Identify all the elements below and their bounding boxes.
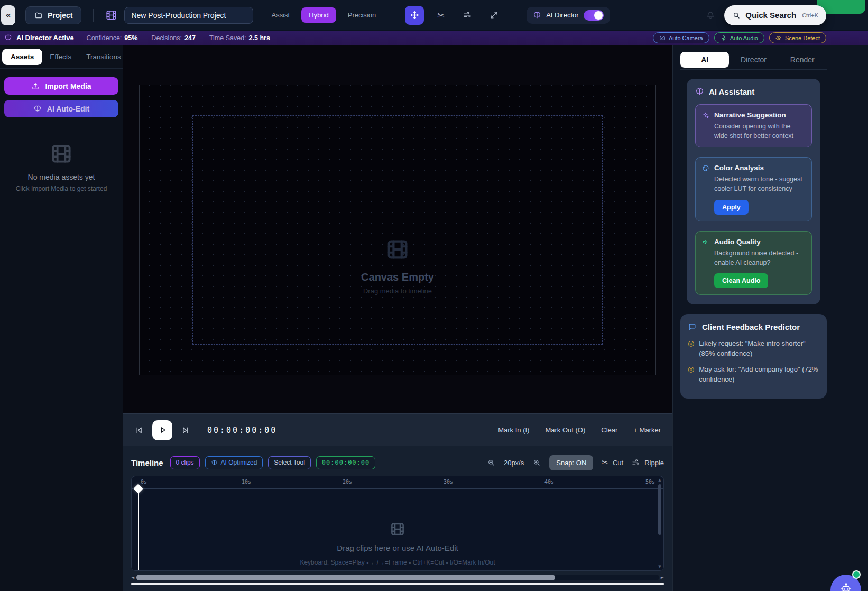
suggestion-body: Background noise detected - enable AI cl… (714, 248, 805, 267)
switch-knob (594, 11, 603, 20)
scroll-right-arrow-icon[interactable]: ► (661, 575, 664, 580)
quick-search-shortcut: Ctrl+K (802, 12, 818, 19)
client-feedback-header: Client Feedback Predictor (688, 322, 819, 331)
tab-effects[interactable]: Effects (42, 49, 79, 65)
microphone-icon (721, 35, 727, 41)
timeline-empty-title: Drag clips here or use AI Auto-Edit (132, 543, 663, 552)
auto-camera-label: Auto Camera (669, 35, 703, 41)
tab-assets[interactable]: Assets (2, 49, 42, 65)
expand-tool-button[interactable] (484, 6, 503, 25)
mode-assist-button[interactable]: Assist (266, 7, 295, 23)
time-saved-stat: Time Saved: 2.5 hrs (209, 34, 270, 42)
ripple-label: Ripple (644, 459, 664, 467)
film-icon (385, 237, 410, 262)
auto-audio-label: Auto Audio (730, 35, 758, 41)
project-button[interactable]: Project (25, 6, 81, 24)
clip-count-badge: 0 clips (170, 456, 200, 469)
auto-feature-toggles: Auto Camera Auto Audio Scene Detect (653, 32, 826, 43)
collapse-sidebar-button[interactable]: « (1, 5, 15, 25)
ripple-icon (463, 11, 472, 20)
timeline-horizontal-scrollbar[interactable]: ◄ ► (131, 575, 664, 580)
zoom-out-button[interactable] (487, 458, 495, 467)
decisions-stat: Decisions: 247 (151, 34, 196, 42)
timeline-track-area[interactable]: 0s 10s 20s 30s 40s 50s Drag clips here o… (131, 476, 664, 571)
timeline-ruler[interactable]: 0s 10s 20s 30s 40s 50s (132, 476, 663, 489)
ai-assistant-card: AI Assistant Narrative Suggestion Consid… (687, 79, 820, 304)
add-marker-button[interactable]: + Marker (633, 426, 661, 434)
horizontal-scroll-track[interactable] (136, 575, 659, 580)
ripple-button[interactable]: Ripple (632, 458, 664, 467)
sidebar-tabs: Assets Effects Transitions (0, 45, 123, 69)
ai-assistant-header: AI Assistant (695, 87, 812, 96)
snap-toggle-button[interactable]: Snap: ON (549, 455, 593, 470)
empty-state-title: No media assets yet (0, 173, 123, 181)
clear-marks-button[interactable]: Clear (601, 426, 617, 434)
folder-icon (34, 11, 43, 20)
play-button[interactable] (152, 420, 172, 440)
search-icon (732, 11, 741, 20)
auto-camera-button[interactable]: Auto Camera (653, 32, 709, 43)
stat-label: Confidence: (87, 34, 122, 42)
timeline-resize-handle[interactable] (131, 583, 664, 585)
cut-button[interactable]: ✂ Cut (602, 458, 623, 467)
timeline-vertical-scrollbar[interactable]: ▲ ▼ (657, 477, 662, 569)
mode-hybrid-button[interactable]: Hybrid (301, 7, 336, 23)
divider (393, 9, 393, 22)
notifications-bell-icon[interactable] (706, 11, 715, 20)
scroll-down-arrow-icon[interactable]: ▼ (658, 564, 661, 569)
mode-precision-button[interactable]: Precision (343, 7, 381, 23)
ruler-tick: 50s (643, 479, 655, 485)
brain-icon (695, 87, 704, 96)
auto-audio-button[interactable]: Auto Audio (714, 32, 764, 43)
feedback-text: Likely request: "Make intro shorter" (85… (699, 338, 819, 359)
vertical-scroll-thumb[interactable] (658, 484, 661, 535)
brain-icon (33, 105, 42, 113)
panel-tabs: AI Director Render (680, 50, 827, 70)
quick-search-label: Quick Search (745, 11, 796, 20)
scroll-up-arrow-icon[interactable]: ▲ (658, 477, 661, 483)
tab-render[interactable]: Render (778, 52, 827, 68)
cut-label: Cut (613, 459, 623, 467)
timeline-timecode-badge: 00:00:00:00 (316, 456, 375, 469)
quick-search[interactable]: Quick Search Ctrl+K (724, 5, 826, 25)
tab-director[interactable]: Director (729, 52, 778, 68)
mark-in-button[interactable]: Mark In (I) (498, 426, 529, 434)
skip-back-button[interactable] (134, 426, 144, 435)
horizontal-scroll-thumb[interactable] (136, 575, 555, 580)
timeline-toolbar: Timeline 0 clips AI Optimized Select Too… (131, 454, 664, 472)
tab-transitions[interactable]: Transitions (79, 49, 128, 65)
cut-tool-button[interactable]: ✂ (431, 6, 450, 25)
clean-audio-button[interactable]: Clean Audio (714, 273, 768, 288)
scroll-left-arrow-icon[interactable]: ◄ (131, 575, 134, 580)
ruler-tick: 10s (239, 479, 251, 485)
project-name-input[interactable] (124, 7, 253, 24)
select-tool-badge[interactable]: Select Tool (268, 456, 310, 469)
ruler-tick: 40s (542, 479, 554, 485)
keyboard-shortcuts-hint: Keyboard: Space=Play ▪ ←/→=Frame ▪ Ctrl+… (132, 559, 663, 566)
tab-ai[interactable]: AI (680, 52, 729, 68)
eye-icon (775, 35, 782, 41)
skip-forward-button[interactable] (181, 426, 190, 435)
ai-director-toggle-pill[interactable]: AI Director (527, 7, 610, 24)
upload-icon (31, 82, 40, 90)
move-tool-button[interactable] (405, 6, 424, 25)
apply-lut-button[interactable]: Apply (714, 200, 749, 215)
target-icon: ◎ (688, 338, 694, 359)
ripple-tool-button[interactable] (458, 6, 477, 25)
ai-director-label: AI Director (546, 11, 578, 19)
import-media-button[interactable]: Import Media (4, 77, 118, 95)
zoom-in-button[interactable] (532, 458, 541, 467)
canvas-empty-state: Canvas Empty Drag media to timeline (361, 237, 434, 295)
ai-auto-edit-button[interactable]: AI Auto-Edit (4, 100, 118, 117)
scene-detect-button[interactable]: Scene Detect (769, 32, 826, 43)
media-sidebar: Assets Effects Transitions Import Media … (0, 45, 123, 591)
mark-out-button[interactable]: Mark Out (O) (545, 426, 585, 434)
suggestion-card-color: Color Analysis Detected warm tone - sugg… (695, 157, 812, 221)
ai-director-switch[interactable] (584, 10, 604, 21)
preview-canvas[interactable]: Canvas Empty Drag media to timeline (139, 85, 656, 375)
sparkles-icon (702, 112, 709, 141)
canvas-empty-subtitle: Drag media to timeline (361, 287, 434, 295)
move-icon (410, 11, 419, 20)
zoom-out-icon (487, 458, 495, 467)
zoom-in-icon (532, 458, 541, 467)
